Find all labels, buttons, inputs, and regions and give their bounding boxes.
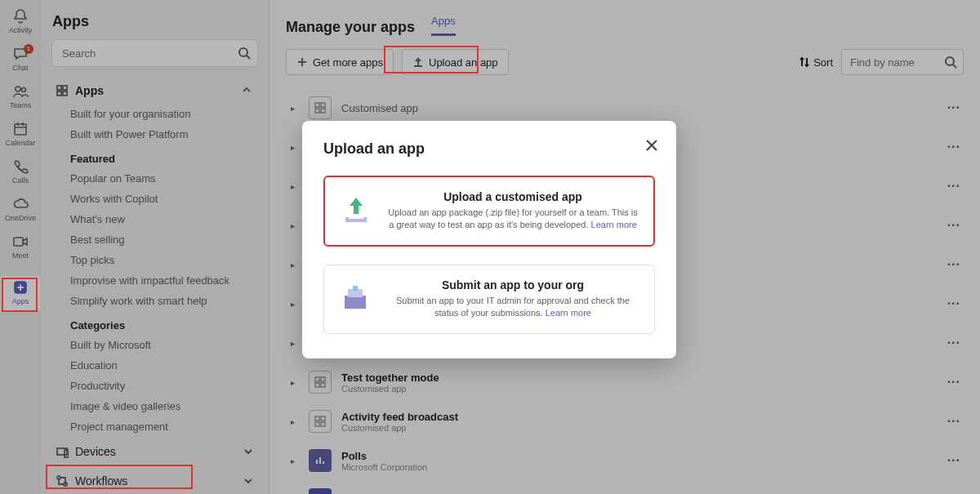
more-icon[interactable]: ··· xyxy=(947,257,960,272)
tree-link[interactable]: Simplify work with smart help xyxy=(70,291,257,311)
get-more-apps-button[interactable]: Get more apps xyxy=(286,49,394,75)
learn-more-link[interactable]: Learn more xyxy=(546,308,591,318)
group-featured: Featured xyxy=(70,145,257,168)
sort-label: Sort xyxy=(813,56,833,69)
expand-icon[interactable]: ▸ xyxy=(291,417,299,426)
tree-label: Devices xyxy=(75,445,116,458)
tree-apps[interactable]: Apps xyxy=(52,78,257,104)
app-icon xyxy=(309,449,332,472)
more-icon[interactable]: ··· xyxy=(947,336,960,350)
app-row[interactable]: ▸ Activity feed broadcast Customised app… xyxy=(286,402,964,441)
tree-label: Workflows xyxy=(75,474,127,487)
tree-link[interactable]: Education xyxy=(70,355,257,376)
tree-link[interactable]: What's new xyxy=(70,209,257,229)
app-icon xyxy=(309,96,332,119)
submit-to-org-card[interactable]: Submit an app to your org Submit an app … xyxy=(323,265,655,334)
app-rail: Activity 1 Chat Teams Calendar Calls One… xyxy=(0,0,41,494)
more-icon[interactable]: ··· xyxy=(947,218,960,233)
svg-rect-2 xyxy=(15,124,26,135)
app-row[interactable]: ▸ Test together mode Customised app ··· xyxy=(286,363,964,402)
app-row[interactable]: ▸ Games for Work ··· xyxy=(286,480,964,494)
tree-link[interactable]: Project management xyxy=(70,416,257,437)
search-icon xyxy=(944,56,957,69)
upload-icon xyxy=(336,190,376,229)
svg-rect-19 xyxy=(321,103,325,107)
app-icon xyxy=(309,488,332,494)
upload-custom-app-card[interactable]: Upload a customised app Upload an app pa… xyxy=(323,176,655,247)
tree-link[interactable]: Top picks xyxy=(70,250,257,270)
devices-icon xyxy=(56,445,69,458)
tree-link[interactable]: Improvise with impactful feedback xyxy=(70,270,257,291)
learn-more-link[interactable]: Learn more xyxy=(591,220,637,229)
chat-badge: 1 xyxy=(24,44,33,54)
expand-icon[interactable]: ▸ xyxy=(291,143,299,152)
rail-activity[interactable]: Activity xyxy=(1,5,40,39)
tree-link-org[interactable]: Built for your organisation xyxy=(70,104,257,124)
tree-devices[interactable]: Devices xyxy=(52,437,257,466)
rail-meet[interactable]: Meet xyxy=(1,230,40,265)
rail-label: OneDrive xyxy=(5,214,36,222)
tree-workflows[interactable]: Workflows xyxy=(52,466,257,494)
svg-rect-29 xyxy=(321,422,325,426)
rail-label: Calls xyxy=(12,176,29,185)
rail-apps[interactable]: Apps xyxy=(1,276,40,310)
find-box[interactable] xyxy=(841,49,964,75)
rail-chat[interactable]: 1 Chat xyxy=(1,42,40,77)
card-desc: Upload an app package (.zip file) for yo… xyxy=(387,207,639,232)
svg-rect-6 xyxy=(57,86,61,90)
tree-link[interactable]: Popular on Teams xyxy=(70,168,257,189)
tree-link[interactable]: Best selling xyxy=(70,229,257,250)
tree-link[interactable]: Built by Microsoft xyxy=(70,335,257,355)
panel-title: Apps xyxy=(52,13,257,30)
tree-link[interactable]: Works with Copilot xyxy=(70,189,257,209)
tree-link-power[interactable]: Built with Power Platform xyxy=(70,124,257,145)
tree-link[interactable]: Image & video galleries xyxy=(70,396,257,416)
calendar-icon xyxy=(12,121,29,137)
svg-rect-18 xyxy=(315,103,319,107)
upload-an-app-button[interactable]: Upload an app xyxy=(402,49,509,75)
more-icon[interactable]: ··· xyxy=(947,100,960,115)
rail-calls[interactable]: Calls xyxy=(1,155,40,189)
expand-icon[interactable]: ▸ xyxy=(291,104,299,113)
rail-onedrive[interactable]: OneDrive xyxy=(1,193,40,227)
svg-rect-30 xyxy=(316,460,318,464)
expand-icon[interactable]: ▸ xyxy=(291,378,299,387)
tab-apps[interactable]: Apps xyxy=(431,15,456,36)
plus-icon xyxy=(296,56,308,68)
expand-icon[interactable]: ▸ xyxy=(291,456,299,465)
tree-link[interactable]: Productivity xyxy=(70,376,257,396)
svg-point-17 xyxy=(946,57,954,65)
app-name: Customised app xyxy=(341,102,418,114)
app-sub: Microsoft Corporation xyxy=(341,462,427,472)
more-icon[interactable]: ··· xyxy=(947,296,960,311)
grid-icon xyxy=(56,84,69,97)
svg-rect-3 xyxy=(14,238,23,246)
search-input[interactable] xyxy=(52,40,257,66)
search-box[interactable] xyxy=(52,40,257,66)
more-icon[interactable]: ··· xyxy=(947,375,960,389)
svg-point-5 xyxy=(239,48,247,56)
group-categories: Categories xyxy=(70,311,257,335)
more-icon[interactable]: ··· xyxy=(947,453,960,468)
svg-point-12 xyxy=(57,476,60,479)
svg-rect-27 xyxy=(321,416,325,421)
close-icon xyxy=(645,139,658,152)
svg-rect-22 xyxy=(315,377,319,381)
more-icon[interactable]: ··· xyxy=(947,414,960,429)
card-desc: Submit an app to your IT admin for appro… xyxy=(386,295,639,320)
close-button[interactable] xyxy=(642,136,662,155)
app-name: Polls xyxy=(341,450,427,462)
apps-side-panel: Apps Apps Built for your organisation Bu… xyxy=(41,0,270,494)
rail-label: Activity xyxy=(9,26,33,34)
app-row[interactable]: ▸ Polls Microsoft Corporation ··· xyxy=(286,441,964,480)
rail-teams[interactable]: Teams xyxy=(1,80,40,114)
rail-label: Chat xyxy=(12,64,28,72)
more-icon[interactable]: ··· xyxy=(947,179,960,194)
app-name: Test together mode xyxy=(341,372,439,384)
svg-rect-21 xyxy=(321,109,325,113)
rail-calendar[interactable]: Calendar xyxy=(1,118,40,152)
more-icon[interactable]: ··· xyxy=(947,140,960,154)
sort-button[interactable]: Sort xyxy=(799,56,833,69)
svg-point-1 xyxy=(22,88,26,92)
svg-rect-36 xyxy=(353,286,358,291)
